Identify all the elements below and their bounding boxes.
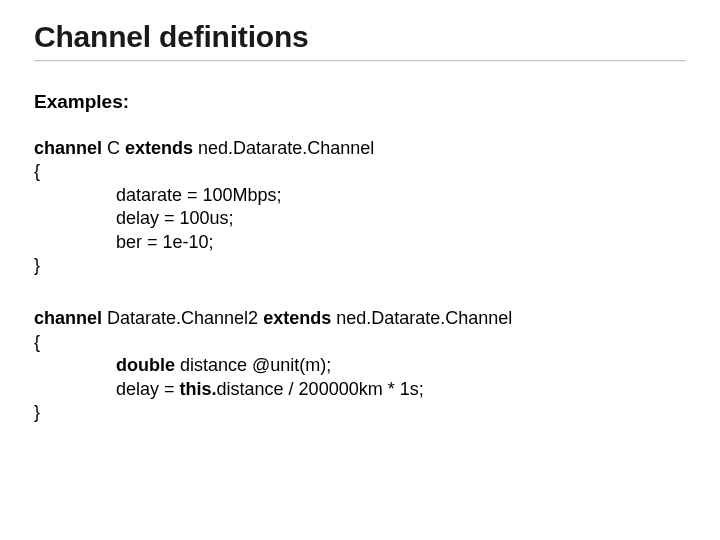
code-block-1: channel C extends ned.Datarate.Channel {… — [34, 137, 686, 277]
code-text: delay = — [116, 379, 180, 399]
code-line: } — [34, 401, 686, 424]
code-line: datarate = 100Mbps; — [34, 184, 686, 207]
keyword-this: this. — [180, 379, 217, 399]
title-divider — [34, 60, 686, 61]
keyword-channel: channel — [34, 138, 102, 158]
code-text: Datarate.Channel2 — [102, 308, 263, 328]
code-line: channel C extends ned.Datarate.Channel — [34, 137, 686, 160]
code-text: ned.Datarate.Channel — [331, 308, 512, 328]
code-block-2: channel Datarate.Channel2 extends ned.Da… — [34, 307, 686, 424]
code-line: delay = 100us; — [34, 207, 686, 230]
code-text: distance @unit(m); — [175, 355, 331, 375]
keyword-extends: extends — [263, 308, 331, 328]
page-title: Channel definitions — [34, 20, 686, 54]
code-line: double distance @unit(m); — [34, 354, 686, 377]
keyword-double: double — [116, 355, 175, 375]
code-line: delay = this.distance / 200000km * 1s; — [34, 378, 686, 401]
slide: Channel definitions Examples: channel C … — [0, 0, 720, 540]
code-line: ber = 1e-10; — [34, 231, 686, 254]
code-line: { — [34, 331, 686, 354]
code-line: } — [34, 254, 686, 277]
code-text: distance / 200000km * 1s; — [217, 379, 424, 399]
keyword-extends: extends — [125, 138, 193, 158]
examples-heading: Examples: — [34, 91, 686, 113]
keyword-channel: channel — [34, 308, 102, 328]
code-line: channel Datarate.Channel2 extends ned.Da… — [34, 307, 686, 330]
code-text: ned.Datarate.Channel — [193, 138, 374, 158]
code-line: { — [34, 160, 686, 183]
code-text: C — [102, 138, 125, 158]
